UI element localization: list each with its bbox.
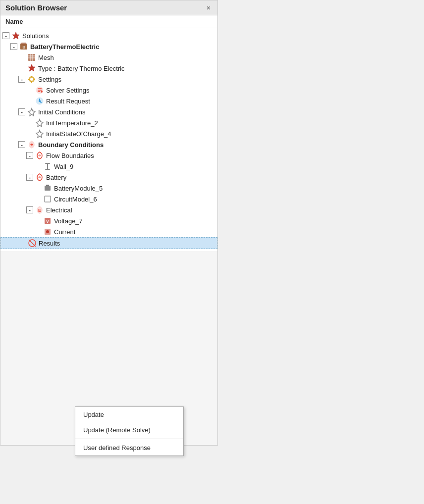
- tree-node-electrical[interactable]: -EElectrical: [0, 204, 217, 215]
- svg-rect-15: [45, 196, 51, 202]
- tree-node-solver-settings[interactable]: Solver Settings: [0, 85, 217, 96]
- solver-settings-icon: [35, 86, 44, 95]
- context-menu-item-user-response[interactable]: User defined Response: [75, 440, 183, 455]
- expand-icon-flow-boundaries[interactable]: -: [26, 152, 33, 159]
- node-label-battery-bc: Battery: [46, 174, 66, 181]
- battery-bc-icon: [35, 173, 44, 182]
- node-label-mesh: Mesh: [38, 54, 54, 61]
- node-label-solutions: Solutions: [22, 32, 49, 40]
- electrical-icon: E: [35, 205, 44, 214]
- svg-marker-12: [36, 130, 43, 138]
- svg-point-20: [46, 230, 49, 233]
- svg-rect-3: [28, 54, 35, 61]
- type-icon: [27, 64, 36, 73]
- close-button[interactable]: ×: [205, 4, 212, 12]
- tree-node-solutions[interactable]: -Solutions: [0, 30, 217, 41]
- node-label-electrical: Electrical: [46, 206, 72, 214]
- initial-conditions-icon: [27, 107, 36, 116]
- tree-node-battery-thermo[interactable]: -BBatteryThermoElectric: [0, 41, 217, 52]
- panel-title: Solution Browser: [5, 3, 67, 12]
- node-label-results: Results: [39, 240, 60, 247]
- tree-node-result-request[interactable]: Result Request: [0, 96, 217, 106]
- expand-placeholder-results: [19, 240, 26, 247]
- tree-node-flow-boundaries[interactable]: -Flow Boundaries: [0, 150, 217, 161]
- svg-marker-10: [28, 108, 35, 116]
- svg-point-7: [41, 91, 43, 93]
- expand-placeholder-battery-module: [34, 185, 41, 192]
- node-label-voltage: Voltage_7: [54, 217, 83, 225]
- expand-icon-electrical[interactable]: -: [26, 206, 33, 213]
- circuit-model-icon: [43, 195, 52, 203]
- expand-icon-settings[interactable]: -: [18, 76, 25, 83]
- context-menu-divider: [75, 439, 183, 439]
- name-column-header: Name: [0, 15, 217, 28]
- tree-node-type[interactable]: Type : Battery Thermo Electric: [0, 63, 217, 74]
- svg-rect-1: [21, 43, 26, 45]
- expand-placeholder-init-temp: [26, 119, 33, 126]
- node-label-solver-settings: Solver Settings: [46, 87, 89, 94]
- tree-node-results[interactable]: Results: [0, 237, 217, 249]
- tree-node-battery-bc[interactable]: -Battery: [0, 172, 217, 183]
- svg-marker-11: [36, 119, 43, 127]
- expand-placeholder-solver-settings: [26, 87, 33, 94]
- node-label-init-temp: InitTemperature_2: [46, 119, 98, 127]
- wall-icon: [43, 162, 52, 171]
- solution-browser-panel: Solution Browser × Name -Solutions-BBatt…: [0, 0, 218, 446]
- node-label-initial-conditions: Initial Conditions: [38, 108, 85, 116]
- tree-node-init-charge[interactable]: InitialStateOfCharge_4: [0, 128, 217, 139]
- tree-node-init-temp[interactable]: InitTemperature_2: [0, 117, 217, 128]
- battery-module-icon: [43, 184, 52, 193]
- tree-node-circuit-model[interactable]: CircuitModel_6: [0, 194, 217, 204]
- node-label-result-request: Result Request: [46, 98, 90, 105]
- expand-placeholder-result-request: [26, 98, 33, 104]
- expand-icon-solutions[interactable]: -: [2, 32, 9, 39]
- tree-node-mesh[interactable]: Mesh: [0, 52, 217, 63]
- expand-placeholder-voltage: [34, 217, 41, 224]
- node-label-wall: Wall_9: [54, 163, 73, 170]
- context-menu-item-update[interactable]: Update: [75, 407, 183, 422]
- node-label-battery-module: BatteryModule_5: [54, 185, 103, 192]
- tree-node-current[interactable]: Current: [0, 226, 217, 237]
- node-label-circuit-model: CircuitModel_6: [54, 196, 97, 203]
- svg-rect-14: [46, 185, 49, 186]
- svg-text:V: V: [46, 219, 49, 224]
- init-temp-icon: [35, 118, 44, 127]
- tree-container: -Solutions-BBatteryThermoElectricMeshTyp…: [0, 28, 217, 251]
- mesh-icon: [27, 53, 36, 62]
- node-label-boundary: Boundary Conditions: [38, 141, 104, 149]
- svg-rect-13: [45, 186, 51, 191]
- expand-icon-battery-bc[interactable]: -: [26, 174, 33, 181]
- node-label-init-charge: InitialStateOfCharge_4: [46, 130, 111, 138]
- node-label-flow-boundaries: Flow Boundaries: [46, 152, 94, 159]
- expand-placeholder-circuit-model: [34, 196, 41, 202]
- tree-node-wall[interactable]: Wall_9: [0, 161, 217, 172]
- settings-icon: [27, 75, 36, 84]
- flow-boundaries-icon: [35, 151, 44, 160]
- node-label-type: Type : Battery Thermo Electric: [38, 65, 125, 72]
- tree-node-boundary[interactable]: -Boundary Conditions: [0, 139, 217, 150]
- expand-icon-boundary[interactable]: -: [18, 141, 25, 148]
- tree-node-voltage[interactable]: VVoltage_7: [0, 215, 217, 226]
- svg-text:B: B: [22, 45, 25, 50]
- expand-icon-initial-conditions[interactable]: -: [18, 108, 25, 115]
- expand-placeholder-wall: [34, 163, 41, 170]
- tree-node-battery-module[interactable]: BatteryModule_5: [0, 183, 217, 194]
- battery-thermo-icon: B: [19, 42, 28, 51]
- tree-node-initial-conditions[interactable]: -Initial Conditions: [0, 106, 217, 117]
- svg-point-5: [30, 78, 33, 81]
- expand-icon-battery-thermo[interactable]: -: [10, 43, 17, 50]
- node-label-current: Current: [54, 228, 75, 236]
- svg-text:E: E: [38, 208, 41, 213]
- result-request-icon: [35, 97, 44, 105]
- results-icon: [28, 239, 37, 248]
- tree-node-settings[interactable]: -Settings: [0, 74, 217, 85]
- expand-placeholder-init-charge: [26, 130, 33, 137]
- init-charge-icon: [35, 129, 44, 138]
- voltage-icon: V: [43, 216, 52, 225]
- expand-placeholder-current: [34, 228, 41, 235]
- context-menu-item-update-remote[interactable]: Update (Remote Solve): [75, 422, 183, 438]
- node-label-settings: Settings: [38, 76, 61, 83]
- panel-header: Solution Browser ×: [0, 0, 217, 15]
- current-icon: [43, 227, 52, 236]
- svg-point-9: [39, 100, 41, 102]
